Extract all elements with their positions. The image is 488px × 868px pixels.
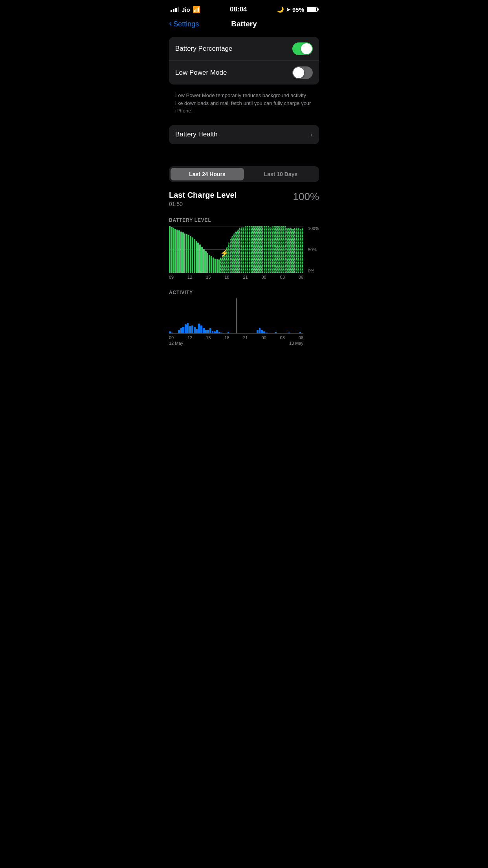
battery-bar-35 [235,232,237,273]
battery-bar-68 [298,228,299,272]
battery-bar-36 [237,230,239,272]
battery-bar-2 [173,228,174,272]
activity-bar-1 [171,333,173,333]
moon-icon: 🌙 [277,6,284,13]
activity-bar-21 [216,330,218,333]
battery-bar-38 [241,227,242,272]
battery-bar-27 [220,257,222,272]
battery-bar-69 [300,229,301,273]
battery-bar-48 [260,226,262,273]
activity-bar-8 [187,323,189,333]
battery-bar-16 [199,245,201,272]
battery-bar-32 [230,239,231,273]
activity-bar-0 [169,331,171,333]
battery-bar-41 [247,226,248,273]
battery-bar-51 [266,226,267,273]
battery-bar-11 [190,236,191,273]
battery-bar-56 [275,226,277,273]
battery-percentage-section: Battery Percentage Low Power Mode [169,37,319,85]
activity-bar-23 [221,333,223,333]
activity-bar-18 [209,328,211,333]
tab-last-10d[interactable]: Last 10 Days [244,168,317,180]
activity-bar-6 [182,327,184,333]
charge-percent: 100% [293,191,319,203]
battery-bar-33 [231,236,233,273]
battery-bar-55 [273,226,275,273]
activity-chart-section: ACTIVITY 60m 30m 0m 09 12 15 18 21 00 03… [163,290,325,354]
battery-bar-64 [290,228,292,272]
low-power-mode-toggle[interactable] [292,66,313,79]
lightning-icon: ⚡ [220,249,229,257]
battery-bar-43 [251,226,252,273]
activity-bar-11 [194,327,196,333]
battery-health-label: Battery Health [175,131,218,138]
activity-chart-container: 60m 30m 0m [169,298,319,334]
battery-bar-50 [264,226,265,273]
battery-bar-3 [174,229,176,273]
activity-bar-10 [191,326,193,333]
battery-bar-13 [194,239,195,273]
battery-bar-63 [288,228,290,272]
activity-bar-13 [198,324,200,333]
battery-bar-4 [176,230,178,272]
battery-bar-45 [254,226,256,273]
activity-bar-4 [178,330,180,333]
battery-bar-18 [203,249,205,273]
charge-title: Last Charge Level [169,191,237,200]
tab-last-24h[interactable]: Last 24 Hours [171,168,244,180]
battery-bar-25 [216,259,218,273]
date-right: 13 May [289,341,303,346]
activity-x-labels: 09 12 15 18 21 00 03 06 [169,335,303,340]
spacer-1 [163,147,325,155]
charge-info: Last Charge Level 01:50 100% [163,185,325,211]
activity-bar-40 [259,328,261,333]
status-time: 08:04 [230,6,247,13]
battery-health-row[interactable]: Battery Health › [169,125,319,144]
battery-bar-31 [228,243,229,272]
battery-bar-17 [201,247,203,272]
battery-bar-6 [180,232,182,273]
battery-health-section: Battery Health › [169,125,319,144]
battery-bar-39 [243,227,244,273]
battery-x-labels: 09 12 15 18 21 00 03 06 [169,275,303,280]
battery-y-axis: 100% 50% 0% [308,226,319,273]
battery-bar-7 [182,232,184,272]
battery-bar-22 [211,256,212,273]
status-right: 🌙 ➤ 95% [277,6,317,13]
activity-chart-label: ACTIVITY [169,290,319,295]
battery-bar-57 [277,226,279,273]
battery-bar-5 [178,230,180,272]
time-tabs: Last 24 Hours Last 10 Days [169,166,319,182]
back-label[interactable]: Settings [173,20,199,28]
activity-bar-15 [203,328,205,333]
battery-bar-65 [292,229,294,273]
battery-percent-status: 95% [292,6,304,13]
activity-bar-47 [275,332,277,333]
page-title: Battery [231,20,257,28]
battery-bar-15 [197,243,199,272]
activity-bar-19 [212,331,214,333]
signal-icon [171,7,179,12]
activity-chart-wrapper [169,298,303,334]
battery-chart-wrapper: ⚡ 100% 50% 0% [169,226,319,273]
back-button[interactable]: ‹ Settings [169,20,199,28]
battery-bar-0 [169,226,171,273]
battery-bar-49 [262,226,264,273]
battery-percentage-toggle[interactable] [292,42,313,55]
battery-bar-14 [196,241,197,273]
low-power-mode-label: Low Power Mode [175,69,227,77]
status-left: Jio 📶 [171,6,200,13]
toggle-knob [301,43,312,54]
activity-divider [236,298,237,333]
battery-chart-section: BATTERY LEVEL ⚡ 100% 50% 0% 09 12 15 18 … [163,217,325,283]
battery-bar-37 [239,228,241,272]
battery-status-icon [307,7,317,12]
battery-percentage-label: Battery Percentage [175,45,233,53]
activity-bar-9 [189,326,191,333]
activity-bar-14 [200,326,202,333]
battery-bar-59 [281,226,283,273]
date-left: 12 May [169,341,183,346]
battery-bar-70 [302,228,303,272]
battery-bar-9 [186,234,187,273]
date-labels: 12 May 13 May [169,341,303,350]
